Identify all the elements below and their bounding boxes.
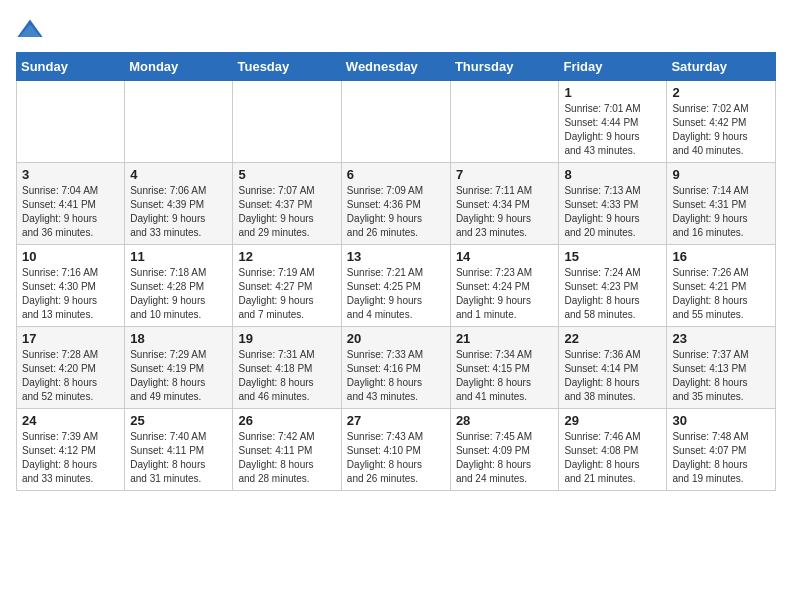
day-info: Sunrise: 7:29 AM Sunset: 4:19 PM Dayligh… bbox=[130, 348, 227, 404]
calendar-cell: 5Sunrise: 7:07 AM Sunset: 4:37 PM Daylig… bbox=[233, 163, 341, 245]
calendar-cell: 19Sunrise: 7:31 AM Sunset: 4:18 PM Dayli… bbox=[233, 327, 341, 409]
day-info: Sunrise: 7:45 AM Sunset: 4:09 PM Dayligh… bbox=[456, 430, 554, 486]
calendar-week-row: 1Sunrise: 7:01 AM Sunset: 4:44 PM Daylig… bbox=[17, 81, 776, 163]
weekday-header: Friday bbox=[559, 53, 667, 81]
day-number: 30 bbox=[672, 413, 770, 428]
day-number: 13 bbox=[347, 249, 445, 264]
day-info: Sunrise: 7:21 AM Sunset: 4:25 PM Dayligh… bbox=[347, 266, 445, 322]
weekday-header-row: SundayMondayTuesdayWednesdayThursdayFrid… bbox=[17, 53, 776, 81]
calendar-cell: 24Sunrise: 7:39 AM Sunset: 4:12 PM Dayli… bbox=[17, 409, 125, 491]
day-number: 29 bbox=[564, 413, 661, 428]
calendar-cell: 23Sunrise: 7:37 AM Sunset: 4:13 PM Dayli… bbox=[667, 327, 776, 409]
day-number: 7 bbox=[456, 167, 554, 182]
day-info: Sunrise: 7:06 AM Sunset: 4:39 PM Dayligh… bbox=[130, 184, 227, 240]
day-info: Sunrise: 7:04 AM Sunset: 4:41 PM Dayligh… bbox=[22, 184, 119, 240]
weekday-header: Sunday bbox=[17, 53, 125, 81]
day-info: Sunrise: 7:31 AM Sunset: 4:18 PM Dayligh… bbox=[238, 348, 335, 404]
day-info: Sunrise: 7:28 AM Sunset: 4:20 PM Dayligh… bbox=[22, 348, 119, 404]
calendar-week-row: 3Sunrise: 7:04 AM Sunset: 4:41 PM Daylig… bbox=[17, 163, 776, 245]
calendar-cell: 20Sunrise: 7:33 AM Sunset: 4:16 PM Dayli… bbox=[341, 327, 450, 409]
day-number: 20 bbox=[347, 331, 445, 346]
weekday-header: Tuesday bbox=[233, 53, 341, 81]
calendar-table: SundayMondayTuesdayWednesdayThursdayFrid… bbox=[16, 52, 776, 491]
day-info: Sunrise: 7:01 AM Sunset: 4:44 PM Dayligh… bbox=[564, 102, 661, 158]
calendar-cell: 1Sunrise: 7:01 AM Sunset: 4:44 PM Daylig… bbox=[559, 81, 667, 163]
day-number: 5 bbox=[238, 167, 335, 182]
calendar-cell: 13Sunrise: 7:21 AM Sunset: 4:25 PM Dayli… bbox=[341, 245, 450, 327]
day-number: 28 bbox=[456, 413, 554, 428]
calendar-cell: 18Sunrise: 7:29 AM Sunset: 4:19 PM Dayli… bbox=[125, 327, 233, 409]
calendar-cell: 2Sunrise: 7:02 AM Sunset: 4:42 PM Daylig… bbox=[667, 81, 776, 163]
day-info: Sunrise: 7:34 AM Sunset: 4:15 PM Dayligh… bbox=[456, 348, 554, 404]
day-info: Sunrise: 7:24 AM Sunset: 4:23 PM Dayligh… bbox=[564, 266, 661, 322]
day-number: 22 bbox=[564, 331, 661, 346]
day-info: Sunrise: 7:33 AM Sunset: 4:16 PM Dayligh… bbox=[347, 348, 445, 404]
day-number: 8 bbox=[564, 167, 661, 182]
calendar-cell: 16Sunrise: 7:26 AM Sunset: 4:21 PM Dayli… bbox=[667, 245, 776, 327]
day-info: Sunrise: 7:42 AM Sunset: 4:11 PM Dayligh… bbox=[238, 430, 335, 486]
day-info: Sunrise: 7:19 AM Sunset: 4:27 PM Dayligh… bbox=[238, 266, 335, 322]
day-info: Sunrise: 7:02 AM Sunset: 4:42 PM Dayligh… bbox=[672, 102, 770, 158]
calendar-cell: 12Sunrise: 7:19 AM Sunset: 4:27 PM Dayli… bbox=[233, 245, 341, 327]
calendar-cell: 9Sunrise: 7:14 AM Sunset: 4:31 PM Daylig… bbox=[667, 163, 776, 245]
logo-icon bbox=[16, 16, 44, 44]
calendar-cell: 22Sunrise: 7:36 AM Sunset: 4:14 PM Dayli… bbox=[559, 327, 667, 409]
calendar-cell bbox=[17, 81, 125, 163]
calendar-cell: 3Sunrise: 7:04 AM Sunset: 4:41 PM Daylig… bbox=[17, 163, 125, 245]
calendar-cell: 28Sunrise: 7:45 AM Sunset: 4:09 PM Dayli… bbox=[450, 409, 559, 491]
day-info: Sunrise: 7:11 AM Sunset: 4:34 PM Dayligh… bbox=[456, 184, 554, 240]
day-info: Sunrise: 7:48 AM Sunset: 4:07 PM Dayligh… bbox=[672, 430, 770, 486]
day-number: 4 bbox=[130, 167, 227, 182]
calendar-cell bbox=[233, 81, 341, 163]
day-number: 1 bbox=[564, 85, 661, 100]
day-number: 21 bbox=[456, 331, 554, 346]
weekday-header: Thursday bbox=[450, 53, 559, 81]
day-info: Sunrise: 7:23 AM Sunset: 4:24 PM Dayligh… bbox=[456, 266, 554, 322]
calendar-cell: 10Sunrise: 7:16 AM Sunset: 4:30 PM Dayli… bbox=[17, 245, 125, 327]
day-info: Sunrise: 7:16 AM Sunset: 4:30 PM Dayligh… bbox=[22, 266, 119, 322]
day-number: 16 bbox=[672, 249, 770, 264]
day-number: 3 bbox=[22, 167, 119, 182]
day-info: Sunrise: 7:39 AM Sunset: 4:12 PM Dayligh… bbox=[22, 430, 119, 486]
day-info: Sunrise: 7:26 AM Sunset: 4:21 PM Dayligh… bbox=[672, 266, 770, 322]
calendar-cell bbox=[125, 81, 233, 163]
calendar-cell bbox=[341, 81, 450, 163]
day-number: 9 bbox=[672, 167, 770, 182]
page-header bbox=[16, 16, 776, 44]
day-number: 27 bbox=[347, 413, 445, 428]
calendar-cell: 30Sunrise: 7:48 AM Sunset: 4:07 PM Dayli… bbox=[667, 409, 776, 491]
day-info: Sunrise: 7:37 AM Sunset: 4:13 PM Dayligh… bbox=[672, 348, 770, 404]
weekday-header: Monday bbox=[125, 53, 233, 81]
day-info: Sunrise: 7:46 AM Sunset: 4:08 PM Dayligh… bbox=[564, 430, 661, 486]
calendar-cell: 17Sunrise: 7:28 AM Sunset: 4:20 PM Dayli… bbox=[17, 327, 125, 409]
day-info: Sunrise: 7:43 AM Sunset: 4:10 PM Dayligh… bbox=[347, 430, 445, 486]
calendar-week-row: 24Sunrise: 7:39 AM Sunset: 4:12 PM Dayli… bbox=[17, 409, 776, 491]
day-number: 24 bbox=[22, 413, 119, 428]
calendar-cell: 6Sunrise: 7:09 AM Sunset: 4:36 PM Daylig… bbox=[341, 163, 450, 245]
weekday-header: Wednesday bbox=[341, 53, 450, 81]
day-number: 10 bbox=[22, 249, 119, 264]
day-number: 15 bbox=[564, 249, 661, 264]
logo bbox=[16, 16, 48, 44]
day-number: 12 bbox=[238, 249, 335, 264]
day-number: 19 bbox=[238, 331, 335, 346]
calendar-cell: 8Sunrise: 7:13 AM Sunset: 4:33 PM Daylig… bbox=[559, 163, 667, 245]
day-info: Sunrise: 7:18 AM Sunset: 4:28 PM Dayligh… bbox=[130, 266, 227, 322]
calendar-week-row: 10Sunrise: 7:16 AM Sunset: 4:30 PM Dayli… bbox=[17, 245, 776, 327]
calendar-cell: 7Sunrise: 7:11 AM Sunset: 4:34 PM Daylig… bbox=[450, 163, 559, 245]
calendar-cell: 21Sunrise: 7:34 AM Sunset: 4:15 PM Dayli… bbox=[450, 327, 559, 409]
day-number: 18 bbox=[130, 331, 227, 346]
weekday-header: Saturday bbox=[667, 53, 776, 81]
day-number: 2 bbox=[672, 85, 770, 100]
calendar-cell: 25Sunrise: 7:40 AM Sunset: 4:11 PM Dayli… bbox=[125, 409, 233, 491]
day-info: Sunrise: 7:09 AM Sunset: 4:36 PM Dayligh… bbox=[347, 184, 445, 240]
day-number: 6 bbox=[347, 167, 445, 182]
calendar-cell: 4Sunrise: 7:06 AM Sunset: 4:39 PM Daylig… bbox=[125, 163, 233, 245]
day-info: Sunrise: 7:14 AM Sunset: 4:31 PM Dayligh… bbox=[672, 184, 770, 240]
calendar-cell: 27Sunrise: 7:43 AM Sunset: 4:10 PM Dayli… bbox=[341, 409, 450, 491]
day-number: 25 bbox=[130, 413, 227, 428]
day-info: Sunrise: 7:13 AM Sunset: 4:33 PM Dayligh… bbox=[564, 184, 661, 240]
calendar-cell: 15Sunrise: 7:24 AM Sunset: 4:23 PM Dayli… bbox=[559, 245, 667, 327]
calendar-week-row: 17Sunrise: 7:28 AM Sunset: 4:20 PM Dayli… bbox=[17, 327, 776, 409]
day-number: 14 bbox=[456, 249, 554, 264]
